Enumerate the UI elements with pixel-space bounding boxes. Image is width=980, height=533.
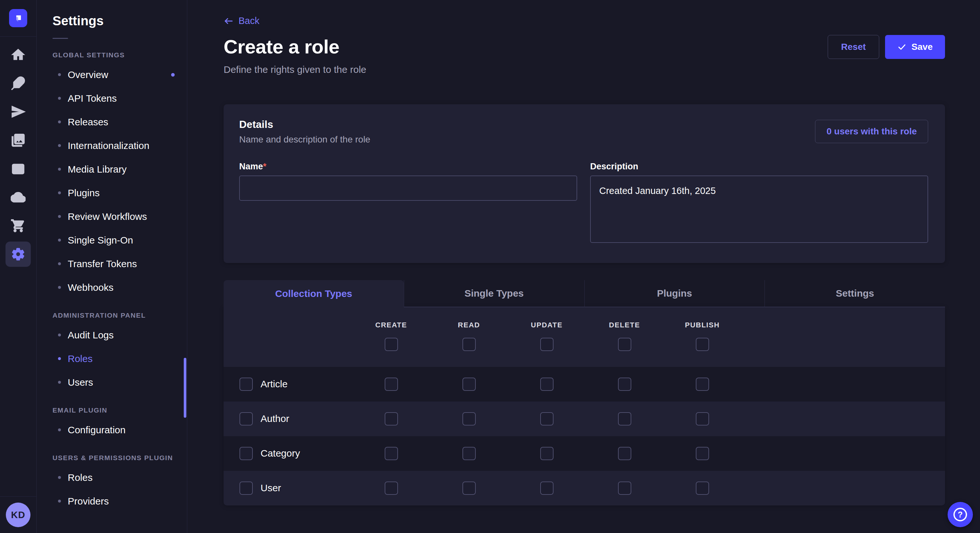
checkbox-row-user[interactable] [240,482,253,495]
sidebar-item-transfer-tokens[interactable]: Transfer Tokens [37,252,187,276]
sidebar-item-releases[interactable]: Releases [37,110,187,134]
checkbox-category-publish[interactable] [696,447,709,460]
sidebar-item-roles-up[interactable]: Roles [37,466,187,489]
bullet [58,215,61,218]
users-with-role-button[interactable]: 0 users with this role [815,120,928,143]
tab-plugins[interactable]: Plugins [584,280,765,307]
media-library-icon[interactable] [0,126,37,154]
bullet [58,286,61,289]
tab-single-types[interactable]: Single Types [404,280,584,307]
subnav-title: Settings [52,14,187,28]
section-header-email-plugin: EMAIL PLUGIN [52,403,187,418]
sidebar-item-media-library[interactable]: Media Library [37,157,187,181]
sidebar-item-overview[interactable]: Overview [37,63,187,86]
sidebar-item-configuration[interactable]: Configuration [37,418,187,442]
checkbox-category-delete[interactable] [618,447,631,460]
back-label: Back [239,16,259,26]
bullet [58,97,61,100]
checkbox-row-category[interactable] [240,447,253,460]
cloud-icon[interactable] [0,183,37,211]
bullet [58,476,61,479]
checkbox-user-create[interactable] [385,482,398,495]
help-button[interactable]: ? [948,502,973,527]
sidebar-item-api-tokens[interactable]: API Tokens [37,86,187,110]
sidebar-item-providers[interactable]: Providers [37,489,187,513]
details-subtitle: Name and description of the role [239,134,371,145]
checkbox-author-publish[interactable] [696,412,709,425]
reset-button[interactable]: Reset [828,35,879,59]
bullet [58,262,61,265]
sidebar-item-plugins[interactable]: Plugins [37,181,187,205]
bullet [58,168,61,171]
feather-icon[interactable] [0,69,37,97]
strapi-admin-screen: KD Settings GLOBAL SETTINGS Overview API… [0,0,980,533]
header-spacer-end [741,307,945,367]
title-row: Create a role Reset Save [224,35,945,59]
checkbox-select-all-update[interactable] [540,338,554,351]
header-actions: Reset Save [828,35,945,59]
strapi-logo-glyph [13,13,24,24]
name-field-group: Name* [239,162,577,244]
checkbox-category-update[interactable] [540,447,554,460]
tab-collection-types[interactable]: Collection Types [224,280,404,307]
icon-rail: KD [0,0,37,533]
sidebar-item-roles-admin[interactable]: Roles [37,347,187,370]
checkbox-row-author[interactable] [240,412,253,425]
checkbox-user-delete[interactable] [618,482,631,495]
sidebar-item-users[interactable]: Users [37,370,187,394]
sidebar-item-webhooks[interactable]: Webhooks [37,276,187,299]
settings-subnav: Settings GLOBAL SETTINGS Overview API To… [37,0,187,533]
bullet [58,191,61,194]
bullet [58,121,61,124]
checkbox-user-publish[interactable] [696,482,709,495]
checkbox-row-article[interactable] [240,378,253,391]
sidebar-item-internationalization[interactable]: Internationalization [37,134,187,157]
checkbox-category-create[interactable] [385,447,398,460]
table-row-category: Category [224,436,945,471]
details-title: Details [239,119,371,130]
checkbox-author-read[interactable] [463,412,476,425]
checkbox-article-publish[interactable] [696,378,709,391]
description-label: Description [590,162,928,171]
bullet [58,428,61,431]
back-link[interactable]: Back [224,16,259,26]
checkbox-author-update[interactable] [540,412,554,425]
checkbox-article-update[interactable] [540,378,554,391]
checkbox-article-create[interactable] [385,378,398,391]
home-icon[interactable] [0,40,37,69]
description-textarea[interactable]: Created January 16th, 2025 [590,176,928,243]
checkbox-article-read[interactable] [463,378,476,391]
sidebar-item-review-workflows[interactable]: Review Workflows [37,205,187,228]
checkbox-select-all-publish[interactable] [696,338,709,351]
strapi-logo[interactable] [9,9,27,27]
paper-plane-icon[interactable] [0,97,37,126]
save-button[interactable]: Save [885,35,945,59]
sidebar-item-audit-logs[interactable]: Audit Logs [37,323,187,347]
page-title: Create a role [224,36,339,58]
checkbox-select-all-delete[interactable] [618,338,631,351]
tab-settings[interactable]: Settings [765,280,945,307]
checkbox-user-read[interactable] [463,482,476,495]
checkbox-article-delete[interactable] [618,378,631,391]
checkbox-select-all-read[interactable] [463,338,476,351]
sidebar-item-single-sign-on[interactable]: Single Sign-On [37,228,187,252]
row-author-head: Author [224,412,352,425]
checkbox-user-update[interactable] [540,482,554,495]
column-update: UPDATE [508,307,585,367]
bullet [58,73,61,76]
check-icon [897,43,907,51]
details-card: Details Name and description of the role… [224,104,945,263]
marketplace-cart-icon[interactable] [0,211,37,240]
avatar[interactable]: KD [6,503,30,527]
permissions-tabs: Collection Types Single Types Plugins Se… [224,280,945,307]
content-builder-icon[interactable] [0,154,37,183]
settings-gear-icon[interactable] [0,240,37,268]
section-header-administration-panel: ADMINISTRATION PANEL [52,308,187,323]
checkbox-select-all-create[interactable] [385,338,398,351]
checkbox-author-delete[interactable] [618,412,631,425]
name-input[interactable] [239,176,577,201]
checkbox-category-read[interactable] [463,447,476,460]
description-field-group: Description Created January 16th, 2025 [590,162,928,244]
checkbox-author-create[interactable] [385,412,398,425]
subnav-scrollbar-thumb[interactable] [184,358,186,418]
